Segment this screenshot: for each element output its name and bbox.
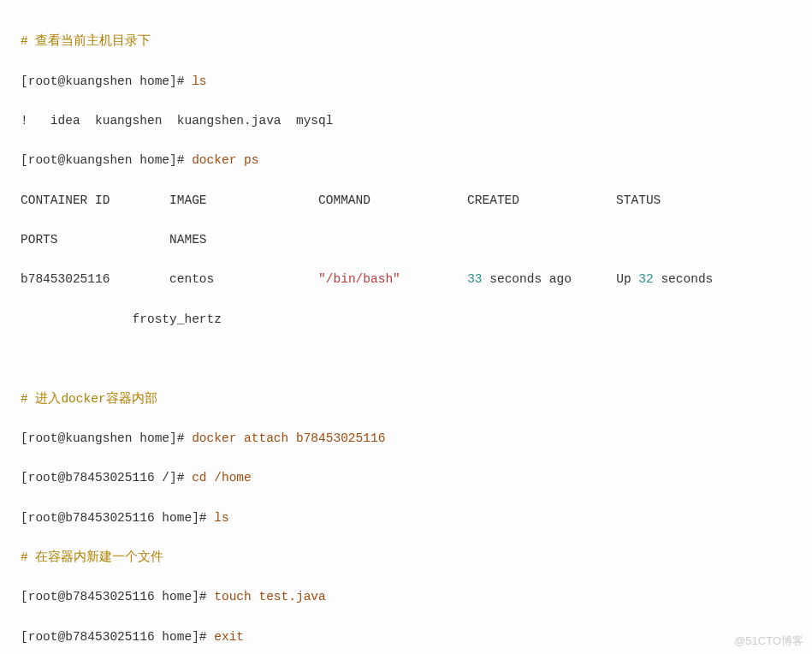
prompt-container-home: [root@b78453025116 home]# bbox=[21, 511, 207, 525]
t1-created-suf: seconds ago bbox=[483, 272, 572, 286]
cmd-docker-ps: docker ps bbox=[192, 153, 258, 167]
t1-id: b78453025116 bbox=[21, 272, 110, 286]
cmd-exit: exit bbox=[214, 630, 244, 644]
t1-row1b: frosty_hertz bbox=[21, 312, 222, 326]
cmd-ls2: ls bbox=[214, 511, 228, 525]
t1-created-num: 33 bbox=[467, 272, 482, 286]
cmd-docker-attach: docker attach b78453025116 bbox=[192, 431, 385, 445]
prompt-container-home: [root@b78453025116 home]# bbox=[21, 630, 207, 644]
prompt-host: [root@kuangshen home]# bbox=[21, 431, 184, 445]
t1-cmd: "/bin/bash" bbox=[318, 272, 400, 286]
comment-1: # 查看当前主机目录下 bbox=[21, 34, 151, 48]
t1-status-suf: seconds bbox=[654, 272, 714, 286]
prompt-container-home: [root@b78453025116 home]# bbox=[21, 590, 207, 603]
prompt-host: [root@kuangshen home]# bbox=[21, 153, 184, 167]
table1-headers2: PORTS NAMES bbox=[21, 233, 207, 247]
table1-headers: CONTAINER ID IMAGE COMMAND CREATED STATU… bbox=[21, 193, 765, 207]
cmd-touch: touch test.java bbox=[214, 590, 326, 603]
comment-3: # 在容器内新建一个文件 bbox=[21, 550, 163, 564]
t1-status-num: 32 bbox=[638, 272, 653, 286]
t1-image: centos bbox=[169, 272, 214, 286]
prompt-host: [root@kuangshen home]# bbox=[21, 74, 184, 88]
t1-status-pre: Up bbox=[616, 272, 638, 286]
cmd-cd-home: cd /home bbox=[192, 471, 252, 485]
comment-2: # 进入docker容器内部 bbox=[21, 392, 157, 406]
prompt-container-root: [root@b78453025116 /]# bbox=[21, 471, 184, 485]
cmd-ls: ls bbox=[192, 74, 206, 88]
watermark: @51CTO博客 bbox=[734, 633, 803, 651]
output-ls1: ! idea kuangshen kuangshen.java mysql bbox=[21, 114, 333, 128]
terminal-output: # 查看当前主机目录下 [root@kuangshen home]# ls ! … bbox=[0, 9, 812, 654]
